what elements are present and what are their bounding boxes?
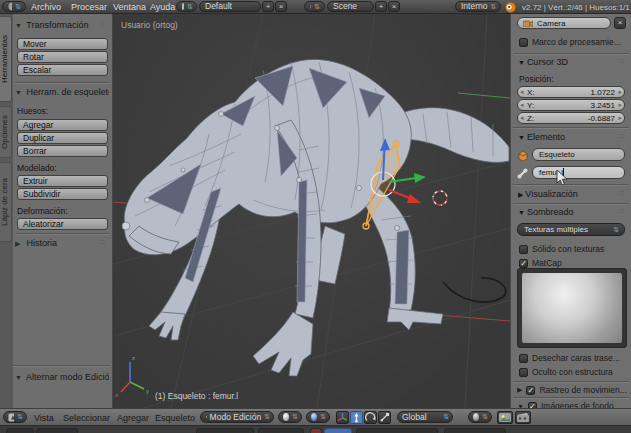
rotate-manipulator-button[interactable] (364, 411, 377, 424)
screen-layout-browse-button[interactable]: ⇅ (176, 1, 197, 12)
cursor-z-field[interactable]: ◂ Z: -0.6887 ▸ (517, 112, 625, 124)
gizmo-x-arrow[interactable] (407, 194, 421, 203)
menu-vista[interactable]: Vista (34, 412, 54, 424)
render-engine-select[interactable]: Interno ⇅ (455, 1, 501, 12)
editor-type-button-info[interactable]: ⇅ (2, 1, 26, 12)
translate-manipulator-button[interactable] (350, 411, 363, 424)
pivot-point-select[interactable]: ⇅ (306, 411, 330, 423)
armature-name-field[interactable]: Esqueleto (532, 148, 625, 161)
camera-unlink-button[interactable]: × (614, 17, 626, 29)
mover-button[interactable]: Mover (17, 38, 108, 50)
timeline-header-sliver[interactable] (0, 425, 631, 433)
increment-arrow-icon[interactable]: ▸ (618, 101, 622, 109)
panel-grip-icon[interactable]: ∷ (100, 20, 106, 29)
bone-name-field[interactable]: femur.l (532, 166, 625, 179)
matcap-preview[interactable] (517, 268, 627, 348)
panel-grip-icon[interactable]: ∷ (619, 189, 625, 198)
escalar-button[interactable]: Escalar (17, 64, 108, 76)
orientation-value: Global (402, 412, 427, 422)
panel-header-herram-esqueleto[interactable]: ▼ Herram. de esqueleto (15, 87, 109, 97)
transform-orientation-select[interactable]: Global ⇅ (397, 411, 453, 423)
decrement-arrow-icon[interactable]: ◂ (520, 114, 524, 122)
mode-select[interactable]: Modo Edición ⇅ (200, 411, 274, 423)
panel-header-cursor-3d[interactable]: ▼ Cursor 3D ∷ (518, 57, 628, 67)
creature-mesh[interactable] (124, 59, 509, 376)
tab-opciones[interactable]: Opciones (0, 106, 12, 158)
opengl-render-animation-button[interactable] (515, 411, 531, 424)
opengl-render-image-button[interactable] (497, 411, 513, 424)
screen-layout-delete-button[interactable]: × (275, 1, 287, 12)
screen-layout-add-button[interactable]: + (262, 1, 274, 12)
panel-header-sombreado[interactable]: ▼ Sombreado ∷ (518, 207, 628, 217)
cursor-x-field[interactable]: ◂ X: 1.0722 ▸ (517, 86, 625, 98)
cursor-y-field[interactable]: ◂ Y: 3.2451 ▸ (517, 99, 625, 111)
menu-procesar[interactable]: Procesar (68, 1, 110, 13)
subdividir-button[interactable]: Subdividir (17, 188, 108, 200)
textured-solid-checkbox-row[interactable]: Sólido con texturas (519, 244, 629, 254)
snap-element-select[interactable]: ⇅ (468, 411, 492, 423)
curve-object[interactable] (443, 278, 506, 302)
panel-header-redo[interactable]: ▼ Alternar modo Edición... (15, 372, 109, 382)
backface-culling-checkbox-row[interactable]: Desechar caras trase... (519, 353, 629, 363)
tab-herramientas[interactable]: Herramientas (0, 16, 12, 102)
decrement-arrow-icon[interactable]: ◂ (520, 101, 524, 109)
scene-browse-button[interactable]: ⇅ (304, 1, 325, 12)
panel-header-transformacion[interactable]: ▼ Transformación ∷ (15, 20, 109, 30)
panel-grip-icon[interactable]: ∷ (619, 132, 625, 141)
camera-datablock-field[interactable]: Camera (517, 17, 611, 29)
3d-viewport[interactable]: zyx Usuario (ortog) (1) Esqueleto : femu… (113, 14, 510, 408)
panel-grip-icon[interactable]: ∷ (100, 238, 106, 247)
decrement-arrow-icon[interactable]: ◂ (520, 88, 524, 96)
panel-header-visualizacion[interactable]: ▶ Visualización ∷ (518, 189, 628, 199)
scale-manipulator-button[interactable] (378, 411, 391, 424)
svg-text:z: z (132, 355, 135, 361)
scene-delete-button[interactable]: × (388, 1, 400, 12)
agregar-button[interactable]: Agregar (17, 119, 108, 131)
render-border-checkbox-row[interactable]: Marco de procesamie... (519, 37, 629, 47)
duplicar-button[interactable]: Duplicar (17, 132, 108, 144)
timeline-button[interactable] (356, 428, 438, 433)
timeline-button[interactable] (196, 428, 254, 433)
extruir-button[interactable]: Extruir (17, 175, 108, 187)
checkbox-checked-icon[interactable] (519, 259, 528, 268)
gizmo-y-arrow[interactable] (414, 173, 426, 183)
panel-grip-icon[interactable]: ∷ (619, 57, 625, 66)
checkbox-unchecked-icon[interactable] (519, 245, 528, 254)
record-button[interactable] (310, 428, 322, 433)
viewport-shading-select[interactable]: ⇅ (278, 411, 302, 423)
menu-archivo[interactable]: Archivo (28, 1, 64, 13)
panel-header-elemento[interactable]: ▼ Elemento ∷ (518, 132, 628, 142)
menu-ventana[interactable]: Ventana (110, 1, 149, 13)
scene-name-field[interactable]: Scene (327, 1, 374, 12)
shading-mode-select[interactable]: Texturas múltiples ⇅ (517, 223, 625, 236)
increment-arrow-icon[interactable]: ▸ (618, 114, 622, 122)
checkbox-unchecked-icon[interactable] (519, 368, 528, 377)
screen-layout-name-field[interactable]: Default (199, 1, 261, 12)
menu-seleccionar[interactable]: Seleccionar (63, 412, 110, 424)
timeline-button[interactable] (258, 428, 304, 433)
matcap-checkbox-row[interactable]: MatCap (519, 258, 629, 268)
checkbox-unchecked-icon[interactable] (519, 354, 528, 363)
menu-esqueleto[interactable]: Esqueleto (155, 412, 195, 424)
panel-header-historia[interactable]: ▶ Historia ∷ (15, 238, 109, 248)
rotar-button[interactable]: Rotar (17, 51, 108, 63)
matcap-sphere-image (522, 273, 622, 343)
timeline-button[interactable] (36, 428, 78, 433)
checkbox-checked-icon[interactable] (526, 386, 535, 395)
panel-grip-icon[interactable]: ∷ (619, 207, 625, 216)
manipulator-toggle-button[interactable] (336, 411, 349, 424)
hidden-wire-checkbox-row[interactable]: Oculto con estructura (519, 367, 629, 377)
scene-add-button[interactable]: + (375, 1, 387, 12)
panel-header-rastreo[interactable]: ▶ Rastreo de movimien... (517, 385, 627, 395)
timeline-button[interactable] (6, 428, 34, 433)
timeline-button[interactable] (444, 428, 506, 433)
menu-agregar[interactable]: Agregar (117, 412, 149, 424)
current-frame-field[interactable] (324, 428, 352, 433)
menu-ayuda[interactable]: Ayuda (147, 1, 178, 13)
tab-lapiz-de-cera[interactable]: Lápiz de cera (0, 162, 12, 242)
aleatorizar-button[interactable]: Aleatorizar (17, 218, 108, 230)
increment-arrow-icon[interactable]: ▸ (618, 88, 622, 96)
checkbox-unchecked-icon[interactable] (519, 38, 528, 47)
editor-type-button-3d-view[interactable]: ⇅ (3, 411, 27, 423)
borrar-button[interactable]: Borrar (17, 145, 108, 157)
